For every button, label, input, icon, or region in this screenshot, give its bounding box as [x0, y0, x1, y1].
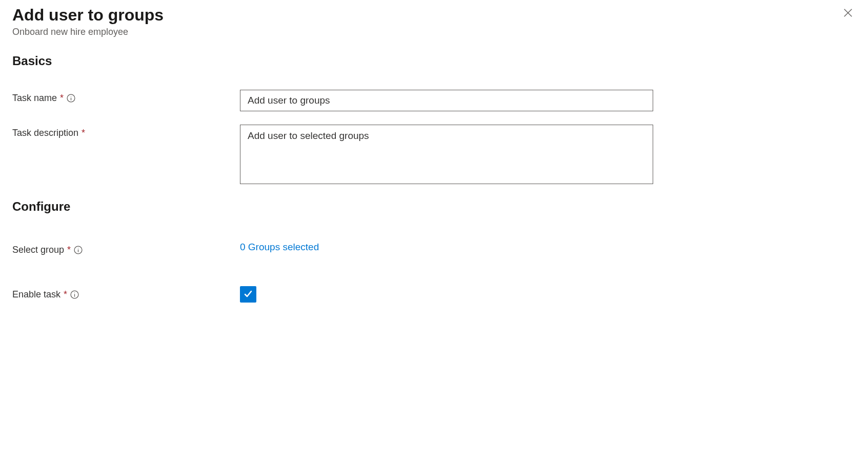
page-subtitle: Onboard new hire employee — [12, 27, 164, 37]
task-name-row: Task name * — [12, 90, 856, 111]
svg-point-4 — [71, 96, 71, 97]
svg-point-7 — [78, 248, 78, 249]
select-group-label-wrap: Select group * — [12, 242, 240, 255]
task-description-label: Task description — [12, 128, 78, 138]
task-name-control — [240, 90, 653, 111]
task-name-label-wrap: Task name * — [12, 90, 240, 104]
page-title: Add user to groups — [12, 5, 164, 25]
select-group-control: 0 Groups selected — [240, 242, 319, 253]
info-icon[interactable] — [67, 94, 75, 103]
task-name-label: Task name — [12, 93, 57, 104]
close-icon — [842, 7, 854, 20]
required-indicator: * — [64, 289, 67, 300]
task-description-control: Add user to selected groups — [240, 125, 653, 186]
task-name-input[interactable] — [240, 90, 653, 111]
enable-task-row: Enable task * — [12, 286, 856, 303]
enable-task-control — [240, 286, 256, 303]
task-description-label-wrap: Task description * — [12, 125, 240, 138]
basics-section: Basics Task name * Task description * Ad… — [12, 54, 856, 186]
required-indicator: * — [82, 128, 85, 138]
task-description-input[interactable]: Add user to selected groups — [240, 125, 653, 184]
select-group-label: Select group — [12, 245, 64, 255]
enable-task-label-wrap: Enable task * — [12, 286, 240, 300]
task-description-row: Task description * Add user to selected … — [12, 125, 856, 186]
page-header: Add user to groups Onboard new hire empl… — [12, 5, 856, 37]
configure-title: Configure — [12, 199, 856, 214]
select-group-link[interactable]: 0 Groups selected — [240, 242, 319, 252]
required-indicator: * — [67, 245, 71, 255]
select-group-row: Select group * 0 Groups selected — [12, 242, 856, 255]
enable-task-checkbox[interactable] — [240, 286, 256, 303]
info-icon[interactable] — [74, 246, 83, 254]
svg-point-10 — [74, 293, 75, 293]
required-indicator: * — [60, 93, 64, 104]
header-text-block: Add user to groups Onboard new hire empl… — [12, 5, 164, 37]
info-icon[interactable] — [70, 290, 79, 299]
enable-task-label: Enable task — [12, 289, 60, 300]
configure-section: Configure Select group * 0 Groups select… — [12, 199, 856, 303]
close-button[interactable] — [840, 5, 856, 22]
basics-title: Basics — [12, 54, 856, 68]
checkmark-icon — [243, 289, 253, 300]
